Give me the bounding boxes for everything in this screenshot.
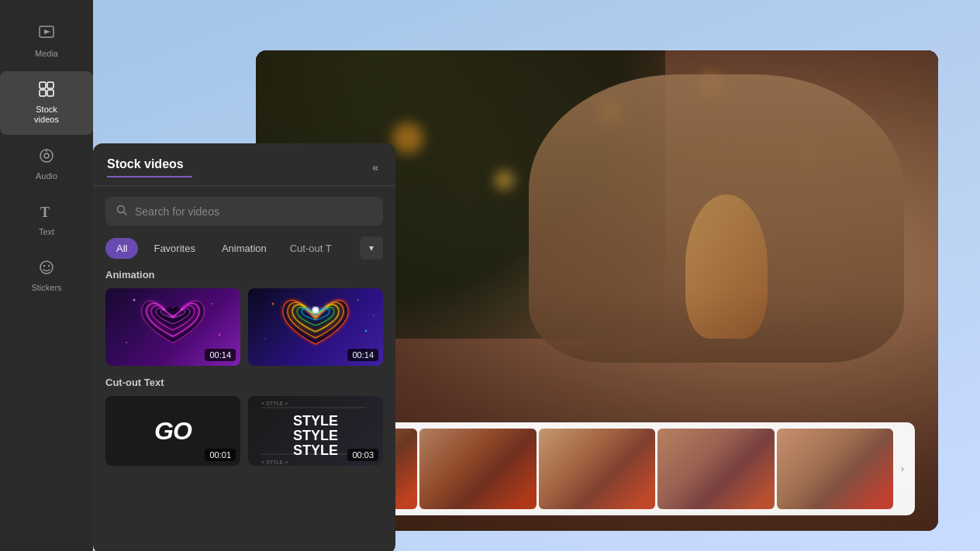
filter-tab-favorites[interactable]: Favorites	[143, 238, 205, 259]
panel-scroll-area[interactable]: Search for videos All Favorites Animatio…	[93, 186, 395, 551]
animation-section-label: Animation	[93, 269, 395, 288]
svg-point-12	[48, 265, 50, 267]
chevron-down-icon: ▾	[369, 243, 374, 253]
sidebar: Media Stockvideos Audio T	[0, 0, 93, 551]
panel-title: Stock videos	[107, 157, 184, 170]
svg-text:STYLE: STYLE	[293, 428, 338, 443]
svg-text:T: T	[40, 205, 50, 220]
svg-point-25	[373, 315, 374, 316]
audio-icon	[38, 147, 55, 167]
svg-text:× STYLE ×: × STYLE ×	[261, 401, 288, 406]
frame-photo-3	[539, 429, 655, 509]
timeline-frame-5[interactable]	[777, 429, 893, 509]
svg-point-16	[211, 303, 212, 305]
audio-label: Audio	[36, 171, 57, 181]
filter-tab-cutout[interactable]: Cut-out T	[282, 238, 340, 259]
cutout-section-label: Cut-out Text	[93, 377, 395, 396]
animation-video-1[interactable]: 00:14	[105, 288, 240, 366]
media-label: Media	[35, 49, 58, 59]
sidebar-item-text[interactable]: T Text	[0, 194, 93, 246]
timeline-frame-2[interactable]	[419, 429, 536, 509]
timeline-next-arrow[interactable]: ›	[896, 463, 909, 475]
svg-point-22	[357, 299, 359, 301]
svg-rect-4	[40, 90, 46, 96]
svg-point-20	[314, 308, 317, 312]
stock-videos-icon	[38, 81, 55, 100]
filter-tab-all[interactable]: All	[105, 238, 138, 259]
frame-photo-4	[657, 429, 774, 509]
svg-point-23	[365, 330, 368, 332]
stock-videos-panel: Stock videos « Search for videos All Fav…	[93, 143, 395, 551]
filter-tab-animation[interactable]: Animation	[211, 238, 278, 259]
animation-video-2[interactable]: 00:14	[248, 288, 383, 366]
svg-rect-5	[47, 90, 53, 96]
timeline-frame-3[interactable]	[539, 429, 655, 509]
svg-point-18	[126, 342, 127, 343]
cutout-section: Cut-out Text GO 00:01 × STYLE × STYLE ST…	[93, 377, 395, 466]
cutout-video-go[interactable]: GO 00:01	[105, 396, 240, 466]
svg-point-24	[264, 338, 266, 339]
frame-photo-5	[777, 429, 893, 509]
text-label: Text	[39, 227, 54, 237]
panel-header: Stock videos «	[93, 143, 395, 186]
panel-title-container: Stock videos	[107, 157, 192, 177]
svg-point-11	[43, 265, 45, 267]
sidebar-item-media[interactable]: Media	[0, 15, 93, 68]
svg-point-21	[272, 303, 274, 305]
filter-dropdown-button[interactable]: ▾	[360, 236, 383, 260]
svg-point-7	[44, 153, 49, 158]
stickers-icon	[38, 259, 55, 278]
cutout-video-grid: GO 00:01 × STYLE × STYLE STYLE STYLE × S…	[93, 396, 395, 466]
stock-videos-label: Stockvideos	[34, 105, 59, 125]
svg-text:STYLE: STYLE	[293, 413, 338, 429]
panel-title-underline	[107, 176, 192, 177]
sidebar-item-stock-videos[interactable]: Stockvideos	[0, 71, 93, 134]
animation-video-grid: 00:14	[93, 288, 395, 366]
text-icon: T	[38, 203, 55, 222]
frame-photo-2	[419, 429, 536, 509]
animation-video-1-duration: 00:14	[205, 349, 236, 361]
svg-marker-1	[44, 29, 50, 34]
animation-video-2-duration: 00:14	[347, 349, 378, 361]
cutout-video-style-duration: 00:03	[347, 449, 378, 461]
cutout-go-text: GO	[154, 417, 192, 446]
svg-point-10	[40, 261, 53, 274]
filter-tabs: All Favorites Animation Cut-out T ▾	[93, 236, 395, 260]
svg-rect-2	[40, 82, 46, 88]
sidebar-item-stickers[interactable]: Stickers	[0, 250, 93, 302]
media-icon	[38, 25, 55, 44]
cutout-video-go-duration: 00:01	[205, 449, 236, 461]
search-bar[interactable]: Search for videos	[105, 197, 383, 226]
svg-line-14	[124, 212, 127, 215]
panel-close-button[interactable]: «	[369, 158, 381, 177]
svg-point-15	[133, 299, 136, 301]
timeline-frame-4[interactable]	[657, 429, 774, 509]
svg-rect-3	[47, 82, 53, 88]
cutout-video-style[interactable]: × STYLE × STYLE STYLE STYLE × STYLE × 00…	[248, 396, 383, 466]
stickers-label: Stickers	[31, 283, 61, 293]
search-placeholder-text[interactable]: Search for videos	[135, 205, 219, 218]
svg-text:× STYLE ×: × STYLE ×	[261, 460, 288, 465]
svg-point-17	[219, 334, 221, 336]
search-icon	[116, 205, 127, 218]
svg-text:STYLE: STYLE	[293, 443, 338, 458]
sidebar-item-audio[interactable]: Audio	[0, 138, 93, 191]
